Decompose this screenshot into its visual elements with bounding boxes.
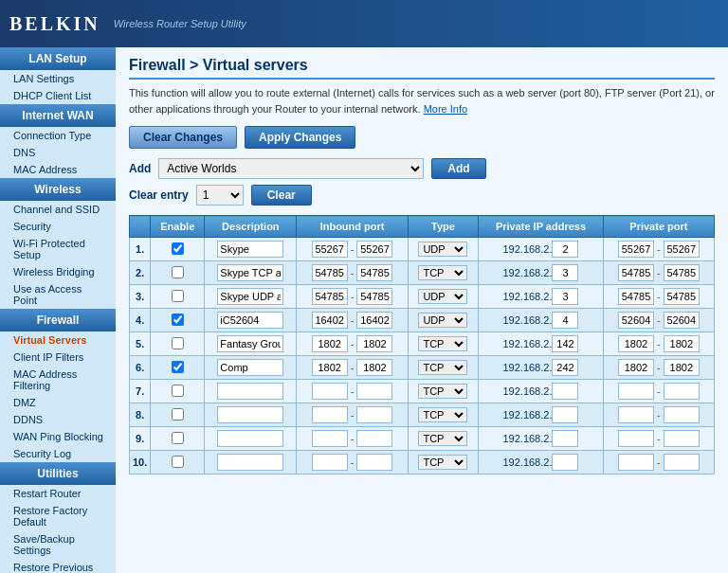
ip-last-9[interactable] — [552, 430, 578, 447]
inbound-to-3[interactable] — [356, 288, 392, 305]
inbound-from-9[interactable] — [312, 430, 348, 447]
clear-button[interactable]: Clear — [251, 185, 312, 206]
ip-last-1[interactable] — [552, 241, 578, 258]
add-select[interactable]: Active WorldsAIMDNSFTP HTTPHTTPSPOP3SMTP… — [158, 158, 424, 179]
sidebar-header-utilities[interactable]: Utilities — [0, 462, 116, 485]
desc-input-1[interactable] — [217, 241, 283, 258]
enable-checkbox-4[interactable] — [172, 313, 184, 326]
type-select-8[interactable]: TCP UDP Both — [418, 407, 467, 422]
inbound-from-1[interactable] — [312, 241, 348, 258]
sidebar-item-wan-ping[interactable]: WAN Ping Blocking — [0, 428, 116, 445]
priv-to-2[interactable] — [664, 264, 700, 281]
ip-last-7[interactable] — [552, 383, 578, 400]
enable-checkbox-6[interactable] — [172, 361, 184, 373]
priv-to-10[interactable] — [664, 454, 700, 471]
sidebar-item-security-log[interactable]: Security Log — [0, 445, 116, 462]
sidebar-item-restart[interactable]: Restart Router — [0, 485, 116, 502]
priv-to-8[interactable] — [664, 406, 700, 423]
ip-last-5[interactable] — [552, 335, 578, 352]
desc-input-5[interactable] — [217, 335, 283, 352]
sidebar-header-firewall[interactable]: Firewall — [0, 309, 116, 331]
sidebar-item-lan-settings[interactable]: LAN Settings — [0, 70, 116, 87]
desc-input-6[interactable] — [217, 359, 283, 376]
type-select-2[interactable]: TCP UDP Both — [418, 265, 467, 280]
sidebar-item-restore-previous[interactable]: Restore Previous Settings — [0, 559, 116, 573]
inbound-from-7[interactable] — [312, 383, 348, 400]
priv-to-1[interactable] — [664, 241, 700, 258]
sidebar-item-dmz[interactable]: DMZ — [0, 394, 116, 411]
type-select-9[interactable]: TCP UDP Both — [418, 431, 467, 446]
sidebar-header-lan[interactable]: LAN Setup — [0, 47, 116, 70]
inbound-from-8[interactable] — [312, 406, 348, 423]
desc-input-9[interactable] — [217, 430, 283, 447]
priv-to-5[interactable] — [664, 335, 700, 352]
sidebar-item-wireless-bridging[interactable]: Wireless Bridging — [0, 263, 116, 280]
inbound-from-6[interactable] — [312, 359, 348, 376]
priv-from-2[interactable] — [618, 264, 654, 281]
sidebar-item-connection-type[interactable]: Connection Type — [0, 127, 116, 144]
enable-checkbox-9[interactable] — [172, 432, 184, 444]
inbound-to-9[interactable] — [356, 430, 392, 447]
inbound-from-5[interactable] — [312, 335, 348, 352]
type-select-7[interactable]: TCP UDP Both — [418, 384, 467, 399]
desc-input-4[interactable] — [217, 312, 283, 329]
priv-from-7[interactable] — [618, 383, 654, 400]
clear-entry-select[interactable]: 12345 678910 — [196, 185, 244, 206]
inbound-from-4[interactable] — [312, 312, 348, 329]
inbound-from-2[interactable] — [312, 264, 348, 281]
ip-last-4[interactable] — [552, 312, 578, 329]
type-select-4[interactable]: TCP UDP Both — [418, 313, 467, 328]
desc-input-7[interactable] — [217, 383, 283, 400]
enable-checkbox-5[interactable] — [172, 337, 184, 349]
sidebar-item-mac-address[interactable]: MAC Address — [0, 161, 116, 178]
type-select-6[interactable]: TCP UDP Both — [418, 360, 467, 375]
more-info-link[interactable]: More Info — [424, 103, 467, 115]
sidebar-item-virtual-servers[interactable]: Virtual Servers — [0, 331, 116, 349]
ip-last-2[interactable] — [552, 264, 578, 281]
enable-checkbox-10[interactable] — [172, 456, 184, 468]
inbound-to-2[interactable] — [356, 264, 392, 281]
type-select-5[interactable]: TCP UDP Both — [418, 336, 467, 351]
inbound-to-1[interactable] — [356, 241, 392, 258]
ip-last-10[interactable] — [552, 454, 578, 471]
priv-to-7[interactable] — [664, 383, 700, 400]
enable-checkbox-7[interactable] — [172, 385, 184, 397]
priv-from-1[interactable] — [618, 241, 654, 258]
inbound-to-6[interactable] — [356, 359, 392, 376]
desc-input-10[interactable] — [217, 454, 283, 471]
enable-checkbox-8[interactable] — [172, 408, 184, 421]
enable-checkbox-2[interactable] — [172, 266, 184, 278]
inbound-to-4[interactable] — [356, 312, 392, 329]
enable-checkbox-1[interactable] — [172, 242, 184, 255]
clear-changes-button[interactable]: Clear Changes — [129, 126, 237, 149]
sidebar-header-wireless[interactable]: Wireless — [0, 178, 116, 201]
sidebar-item-wifi-protected[interactable]: Wi-Fi Protected Setup — [0, 235, 116, 263]
sidebar-item-restore-factory[interactable]: Restore Factory Default — [0, 502, 116, 530]
desc-input-2[interactable] — [217, 264, 283, 281]
inbound-to-10[interactable] — [356, 454, 392, 471]
priv-from-10[interactable] — [618, 454, 654, 471]
enable-checkbox-3[interactable] — [172, 290, 184, 302]
sidebar-item-client-ip-filters[interactable]: Client IP Filters — [0, 349, 116, 366]
inbound-to-7[interactable] — [356, 383, 392, 400]
add-button[interactable]: Add — [431, 158, 485, 179]
type-select-1[interactable]: TCP UDP Both — [418, 242, 467, 257]
inbound-to-8[interactable] — [356, 406, 392, 423]
priv-from-9[interactable] — [618, 430, 654, 447]
type-select-3[interactable]: TCP UDP Both — [418, 289, 467, 304]
apply-changes-button[interactable]: Apply Changes — [245, 126, 355, 149]
priv-to-9[interactable] — [664, 430, 700, 447]
priv-to-6[interactable] — [664, 359, 700, 376]
type-select-10[interactable]: TCP UDP Both — [418, 455, 467, 470]
priv-from-4[interactable] — [618, 312, 654, 329]
sidebar-item-ddns[interactable]: DDNS — [0, 411, 116, 428]
sidebar-item-channel-ssid[interactable]: Channel and SSID — [0, 201, 116, 218]
inbound-from-3[interactable] — [312, 288, 348, 305]
priv-from-6[interactable] — [618, 359, 654, 376]
sidebar-item-security[interactable]: Security — [0, 218, 116, 235]
ip-last-8[interactable] — [552, 406, 578, 423]
ip-last-3[interactable] — [552, 288, 578, 305]
sidebar-item-save-backup[interactable]: Save/Backup Settings — [0, 530, 116, 559]
priv-to-3[interactable] — [664, 288, 700, 305]
priv-from-5[interactable] — [618, 335, 654, 352]
